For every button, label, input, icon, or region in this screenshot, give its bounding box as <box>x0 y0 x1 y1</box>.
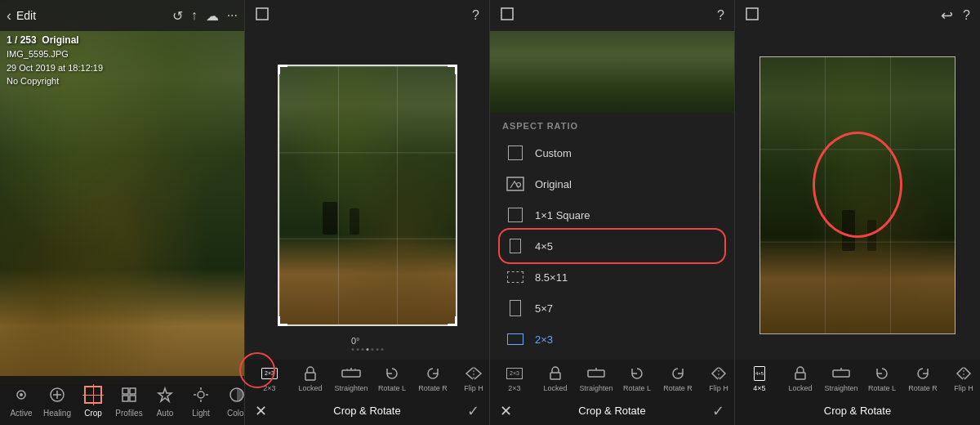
svg-rect-8 <box>130 396 136 401</box>
bottom-tool-bar: 2×3 2×3 Locked Straighten <box>245 360 489 396</box>
4x5-ratio-label: 4×5 <box>535 240 553 253</box>
ratio-item-1x1[interactable]: 1×1 Square <box>502 199 722 230</box>
cloud-icon[interactable]: ☁ <box>206 8 219 24</box>
p3-rotate-l-button[interactable]: Rotate L <box>617 365 657 392</box>
p3-lock-button[interactable]: Locked <box>535 365 576 392</box>
p4-lock-label: Locked <box>788 384 812 392</box>
panel2-help-icon[interactable]: ? <box>472 8 479 23</box>
tool-light[interactable]: Light <box>183 383 219 418</box>
p4-rotate-r-button[interactable]: Rotate R <box>902 365 943 392</box>
share-icon[interactable]: ↑ <box>191 8 198 23</box>
cancel-button[interactable]: ✕ <box>255 402 267 420</box>
p3-ratio-button[interactable]: 2×3 2×3 <box>494 365 535 392</box>
photo-index: 1 / 253 Original <box>7 33 103 47</box>
p3-rotate-r-button[interactable]: Rotate R <box>657 365 698 392</box>
custom-ratio-icon <box>506 143 525 163</box>
ratio-item-8.5x11[interactable]: 8.5×11 <box>502 262 722 293</box>
ratio-item-5x7[interactable]: 5×7 <box>502 293 722 324</box>
original-ratio-label: Original <box>535 178 572 190</box>
tool-healing[interactable]: Healing <box>39 383 75 418</box>
corner-tl[interactable] <box>278 65 287 74</box>
ratio-item-4x5[interactable]: 4×5 <box>502 230 722 262</box>
p3-rotate-r-label: Rotate R <box>663 384 693 392</box>
p3-ratio-icon: 2×3 <box>503 365 526 382</box>
corner-bl[interactable] <box>278 316 287 326</box>
locked-label: Locked <box>298 384 322 392</box>
p4-ratio-button[interactable]: 4×5 4×5 <box>739 365 780 392</box>
straighten-label: Straighten <box>334 384 368 392</box>
crop-icon <box>82 383 105 406</box>
help-icon[interactable]: ? <box>963 8 970 23</box>
2x3-ratio-label: 2×3 <box>535 333 553 346</box>
p4-flip-h-button[interactable]: Flip H <box>943 365 980 392</box>
p4-rotate-l-button[interactable]: Rotate L <box>862 365 902 392</box>
8.5x11-ratio-label: 8.5×11 <box>535 271 568 284</box>
crop-rotate-title: Crop & Rotate <box>333 405 400 417</box>
angle-dot <box>376 348 378 351</box>
ratio-icon: 2×3 <box>258 365 281 382</box>
metadata-overlay: 1 / 253 Original IMG_5595.JPG 29 Oct 201… <box>7 33 103 88</box>
photo-date: 29 Oct 2019 at 18:12:19 <box>7 61 103 75</box>
photo-background: 1 / 253 Original IMG_5595.JPG 29 Oct 201… <box>0 0 244 384</box>
p3-flip-h-button[interactable]: Flip H <box>698 365 739 392</box>
lock-icon <box>299 365 322 382</box>
p4-straighten-label: Straighten <box>824 384 858 392</box>
1x1-square <box>508 208 523 222</box>
tool-profiles[interactable]: Profiles <box>111 383 147 418</box>
ratio-item-custom[interactable]: Custom <box>502 137 722 168</box>
panel3-help-icon[interactable]: ? <box>717 8 724 23</box>
p3-confirm-button[interactable]: ✓ <box>712 402 724 420</box>
svg-rect-23 <box>501 8 513 20</box>
straighten-button[interactable]: Straighten <box>331 365 372 392</box>
panel3-image <box>490 31 734 113</box>
ratio-2x3-button[interactable]: 2×3 2×3 <box>249 365 290 392</box>
custom-square-icon <box>508 145 523 160</box>
angle-dots <box>351 348 383 351</box>
8.5x11-ratio-icon <box>506 267 525 287</box>
panel3-photo <box>490 31 734 113</box>
tool-crop[interactable]: Crop <box>75 383 111 418</box>
undo-icon[interactable]: ↩ <box>941 7 953 25</box>
angle-dot <box>351 348 354 351</box>
svg-rect-16 <box>256 8 268 20</box>
p3-lock-label: Locked <box>543 384 567 392</box>
panel-crop-view: ? 0° <box>245 0 490 425</box>
healing-label: Healing <box>43 409 71 418</box>
p4-lock-icon <box>789 365 812 382</box>
rotate-r-button[interactable]: Rotate R <box>412 365 453 392</box>
1x1-ratio-icon <box>506 205 525 225</box>
ratio-item-2x3[interactable]: 2×3 <box>502 324 722 355</box>
p4-lock-button[interactable]: Locked <box>780 365 821 392</box>
rotate-l-button[interactable]: Rotate L <box>372 365 412 392</box>
p3-title: Crop & Rotate <box>578 405 645 417</box>
rotate-r-label: Rotate R <box>418 384 448 392</box>
flip-h-button[interactable]: Flip H <box>453 365 494 392</box>
undo-icon[interactable]: ↺ <box>172 8 183 24</box>
5x7-ratio-label: 5×7 <box>535 302 553 315</box>
svg-rect-32 <box>833 370 849 377</box>
corner-br[interactable] <box>448 316 457 326</box>
ratio-item-original[interactable]: Original <box>502 168 722 199</box>
panel-aspect-ratio: ? ASPECT RATIO Custom Original 1×1 Squar… <box>490 0 735 425</box>
top-bar-icons: ↺ ↑ ☁ ··· <box>172 8 238 24</box>
tool-color[interactable]: Color <box>219 383 245 418</box>
more-icon[interactable]: ··· <box>227 8 238 23</box>
p3-flip-h-label: Flip H <box>709 384 728 392</box>
p4-straighten-button[interactable]: Straighten <box>821 365 862 392</box>
crop-label: Crop <box>84 409 102 418</box>
confirm-button[interactable]: ✓ <box>467 402 479 420</box>
back-button[interactable]: ‹ <box>7 7 11 25</box>
locked-button[interactable]: Locked <box>290 365 331 392</box>
svg-rect-24 <box>507 177 523 190</box>
tool-auto[interactable]: Auto <box>147 383 183 418</box>
corner-tr[interactable] <box>448 65 457 74</box>
p4-flip-h-label: Flip H <box>954 384 973 392</box>
p3-straighten-button[interactable]: Straighten <box>576 365 617 392</box>
tool-active[interactable]: Active <box>3 383 39 418</box>
ratio-label: 2×3 <box>263 384 275 392</box>
angle-dot <box>361 348 363 351</box>
panel3-bottom: 2×3 2×3 Locked Straighten Rota <box>490 360 734 425</box>
p3-cancel-button[interactable]: ✕ <box>500 402 512 420</box>
rotate-l-icon <box>381 365 403 382</box>
p3-straighten-label: Straighten <box>579 384 612 392</box>
